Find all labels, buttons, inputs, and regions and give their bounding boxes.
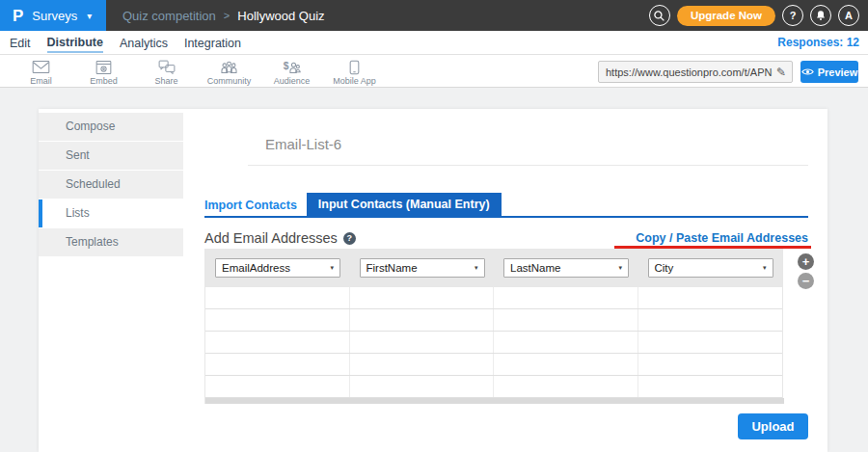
table-cell[interactable] [350, 354, 495, 375]
topbar-actions: Upgrade Now ? A [649, 0, 859, 31]
preview-button[interactable]: Preview [800, 61, 858, 83]
sidebar-item-lists[interactable]: Lists [39, 199, 183, 227]
table-cell[interactable] [205, 309, 350, 331]
table-header-cell: FirstName ▾ [350, 249, 495, 287]
email-icon [32, 59, 50, 75]
channel-label: Embed [90, 76, 118, 86]
section-nav: Edit Distribute Analytics Integration Re… [0, 31, 868, 55]
help-button[interactable]: ? [782, 5, 803, 26]
table-cell[interactable] [494, 354, 638, 375]
avatar[interactable]: A [838, 5, 859, 26]
sidebar-item-scheduled[interactable]: Scheduled [39, 171, 183, 199]
table-cell[interactable] [494, 287, 638, 308]
table-cell[interactable] [494, 376, 638, 397]
breadcrumb-parent[interactable]: Quiz competition [122, 9, 216, 23]
table-cell[interactable] [494, 332, 638, 353]
chevron-down-icon: ▾ [330, 264, 334, 272]
table-cell[interactable] [638, 309, 783, 331]
page-background: Compose Sent Scheduled Lists Templates E… [0, 88, 868, 452]
table-cell[interactable] [350, 332, 495, 353]
tabs-rule [204, 216, 808, 218]
horizontal-scrollbar[interactable] [205, 398, 784, 404]
search-icon [653, 10, 665, 22]
table-header-cell: EmailAddress ▾ [205, 249, 350, 287]
nav-item-edit[interactable]: Edit [10, 34, 31, 52]
table-cell[interactable] [638, 287, 783, 308]
table-cell[interactable] [350, 376, 495, 397]
table-cell[interactable] [205, 376, 350, 397]
embed-icon [95, 59, 112, 75]
column-select-firstname[interactable]: FirstName ▾ [360, 258, 485, 278]
channel-label: Mobile App [333, 76, 376, 86]
table-row [205, 287, 782, 309]
table-cell[interactable] [638, 376, 783, 397]
table-cell[interactable] [638, 354, 783, 375]
channel-label: Community [207, 76, 252, 86]
sidebar-item-templates[interactable]: Templates [39, 228, 183, 256]
sidebar-item-sent[interactable]: Sent [39, 142, 183, 170]
table-body [205, 287, 782, 398]
upgrade-now-button[interactable]: Upgrade Now [677, 6, 775, 26]
column-select-emailaddress[interactable]: EmailAddress ▾ [215, 258, 340, 278]
table-cell[interactable] [205, 332, 350, 353]
table-row [205, 354, 782, 376]
share-icon [158, 59, 176, 75]
table-cell[interactable] [350, 309, 495, 331]
channel-mobile-app[interactable]: Mobile App [323, 55, 386, 86]
table-cell[interactable] [638, 332, 783, 353]
section-header-row: Add Email Addresses ? Copy / Paste Email… [204, 230, 808, 246]
breadcrumb-current: Hollywood Quiz [237, 9, 324, 23]
table-row [205, 376, 782, 398]
column-select-lastname[interactable]: LastName ▾ [503, 258, 629, 278]
help-tooltip-icon[interactable]: ? [343, 232, 356, 245]
channel-label: Email [30, 76, 52, 86]
survey-url-input[interactable] [599, 62, 774, 82]
list-content: Email-List-6 Import Contacts Input Conta… [183, 109, 827, 452]
channel-embed[interactable]: Embed [72, 55, 135, 86]
contacts-table: EmailAddress ▾ FirstName ▾ [204, 249, 783, 404]
add-row-button[interactable]: + [798, 253, 814, 270]
upload-button[interactable]: Upload [738, 413, 808, 439]
channel-audience[interactable]: $ Audience [260, 55, 323, 86]
channel-community[interactable]: Community [198, 55, 260, 86]
table-cell[interactable] [205, 287, 350, 308]
svg-text:$: $ [284, 61, 289, 71]
column-select-city[interactable]: City ▾ [648, 258, 773, 278]
copy-paste-email-addresses-link[interactable]: Copy / Paste Email Addresses [636, 231, 808, 245]
chevron-down-icon: ▾ [763, 264, 767, 272]
section-title: Add Email Addresses [204, 230, 338, 246]
nav-item-analytics[interactable]: Analytics [120, 34, 168, 52]
survey-url-box: ✎ [598, 61, 793, 83]
sidebar-item-compose[interactable]: Compose [39, 113, 183, 141]
channel-share[interactable]: Share [135, 55, 198, 86]
responses-count[interactable]: Responses: 12 [777, 36, 859, 49]
channel-label: Audience [274, 76, 311, 86]
email-lists-card: Compose Sent Scheduled Lists Templates E… [39, 109, 827, 452]
breadcrumb: Quiz competition > Hollywood Quiz [122, 9, 325, 23]
selected-column-label: LastName [510, 262, 560, 274]
top-bar: P Surveys ▾ Quiz competition > Hollywood… [0, 0, 868, 31]
edit-pencil-icon[interactable]: ✎ [774, 66, 792, 79]
search-button[interactable] [649, 5, 670, 26]
remove-row-button[interactable]: − [798, 273, 814, 289]
tab-input-contacts-manual-entry[interactable]: Input Contacts (Manual Entry) [307, 193, 502, 217]
surveys-product-dropdown[interactable]: P Surveys ▾ [0, 0, 106, 31]
nav-item-distribute[interactable]: Distribute [47, 33, 103, 53]
tab-import-contacts[interactable]: Import Contacts [204, 195, 307, 217]
chevron-down-icon: ▾ [87, 11, 92, 21]
questionpro-app: P Surveys ▾ Quiz competition > Hollywood… [0, 0, 868, 452]
title-divider [248, 165, 808, 166]
table-cell[interactable] [205, 354, 350, 375]
nav-item-integration[interactable]: Integration [184, 34, 241, 52]
avatar-initial: A [845, 10, 853, 21]
email-sidebar: Compose Sent Scheduled Lists Templates [39, 109, 183, 452]
distribute-toolbar: Email Embed Share Community [0, 55, 868, 88]
selected-column-label: EmailAddress [222, 262, 290, 274]
table-cell[interactable] [494, 309, 638, 331]
row-controls: + − [798, 253, 814, 289]
contacts-tabs: Import Contacts Input Contacts (Manual E… [204, 193, 502, 217]
channel-email[interactable]: Email [10, 55, 72, 86]
audience-icon: $ [283, 59, 301, 75]
notifications-button[interactable] [810, 5, 831, 26]
table-cell[interactable] [350, 287, 495, 308]
